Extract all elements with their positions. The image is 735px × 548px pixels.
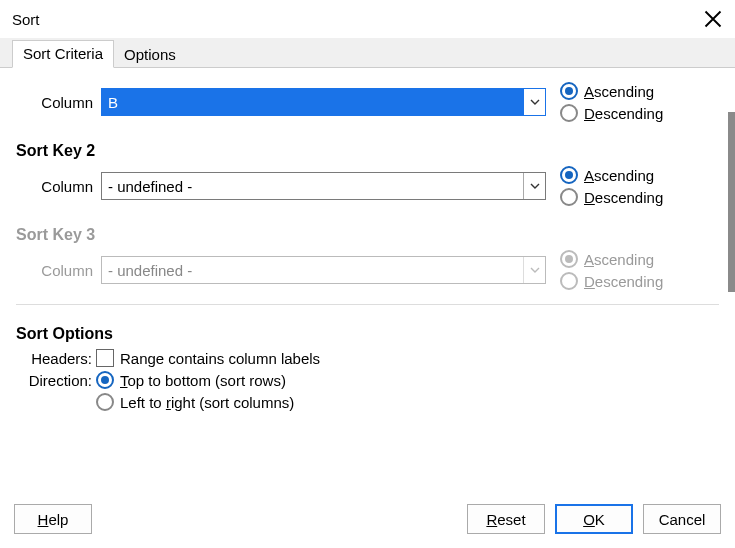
direction-label: Direction: — [16, 372, 96, 389]
radio-icon — [560, 166, 578, 184]
radio-icon — [96, 393, 114, 411]
sort-options-heading: Sort Options — [16, 325, 719, 343]
chevron-down-icon[interactable] — [523, 173, 545, 199]
headers-checkbox[interactable] — [96, 349, 114, 367]
radio-icon — [96, 371, 114, 389]
cancel-button[interactable]: Cancel — [643, 504, 721, 534]
sort-key-2-descending[interactable]: Descending — [560, 188, 676, 206]
headers-label: Headers: — [16, 350, 96, 367]
chevron-down-icon — [523, 257, 545, 283]
radio-icon — [560, 250, 578, 268]
scrollbar-thumb[interactable] — [728, 112, 735, 292]
tab-sort-criteria[interactable]: Sort Criteria — [12, 40, 114, 68]
radio-icon — [560, 82, 578, 100]
dialog-title: Sort — [12, 11, 40, 28]
column-label-2: Column — [16, 178, 101, 195]
column-label-1: Column — [16, 94, 101, 111]
close-icon[interactable] — [703, 9, 723, 29]
sort-key-2-heading: Sort Key 2 — [16, 142, 719, 160]
sort-key-3-descending: Descending — [560, 272, 676, 290]
headers-checkbox-label: Range contains column labels — [120, 350, 320, 367]
divider — [16, 304, 719, 305]
sort-key-3-column-dropdown: - undefined - — [101, 256, 546, 284]
radio-icon — [560, 188, 578, 206]
radio-icon — [560, 272, 578, 290]
reset-button[interactable]: Reset — [467, 504, 545, 534]
tab-bar: Sort Criteria Options — [0, 38, 735, 68]
sort-key-2-ascending[interactable]: Ascending — [560, 166, 676, 184]
ok-button[interactable]: OK — [555, 504, 633, 534]
sort-key-1-ascending[interactable]: Ascending — [560, 82, 676, 100]
tab-options[interactable]: Options — [114, 42, 186, 68]
help-button[interactable]: Help — [14, 504, 92, 534]
sort-key-1-column-dropdown[interactable]: B — [101, 88, 546, 116]
direction-top-to-bottom[interactable]: Top to bottom (sort rows) — [96, 371, 286, 389]
sort-key-3-heading: Sort Key 3 — [16, 226, 719, 244]
column-label-3: Column — [16, 262, 101, 279]
sort-key-3-ascending: Ascending — [560, 250, 676, 268]
sort-key-1-descending[interactable]: Descending — [560, 104, 676, 122]
direction-left-to-right[interactable]: Left to right (sort columns) — [96, 393, 294, 411]
radio-icon — [560, 104, 578, 122]
sort-key-2-column-dropdown[interactable]: - undefined - — [101, 172, 546, 200]
chevron-down-icon[interactable] — [523, 89, 545, 115]
